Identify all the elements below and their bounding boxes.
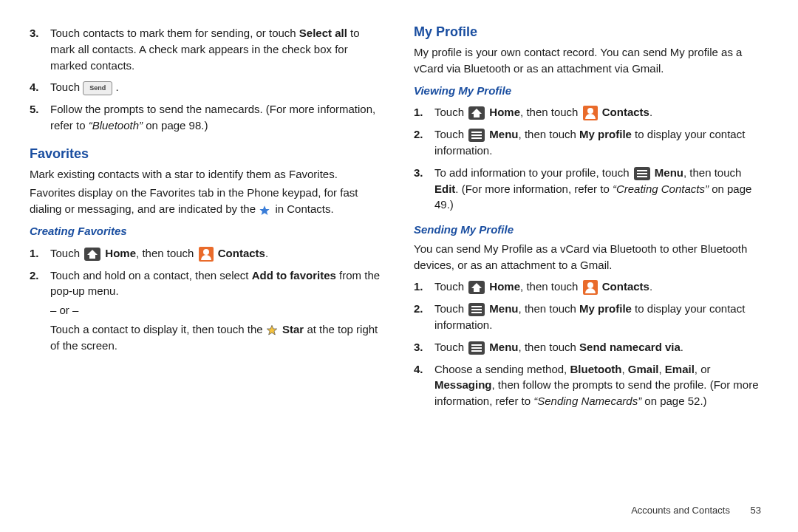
favorites-desc-1: Mark existing contacts with a star to id… [30, 166, 384, 183]
sending-my-profile-heading: Sending My Profile [414, 222, 768, 238]
creating-favorites-steps: 1. Touch Home, then touch Contacts. 2. T… [30, 242, 384, 357]
menu-icon [634, 167, 650, 180]
favorites-heading: Favorites [30, 144, 384, 163]
my-profile-desc: My profile is your own contact record. Y… [414, 44, 768, 77]
right-column: My Profile My profile is your own contac… [414, 22, 768, 517]
footer-section: Accounts and Contacts [631, 505, 730, 516]
star-blue-icon [259, 205, 272, 215]
v-step-1: 1. Touch Home, then touch Contacts. [414, 101, 768, 123]
manual-page: 3. Touch contacts to mark them for sendi… [0, 0, 798, 532]
home-icon [468, 281, 485, 294]
home-icon [84, 248, 100, 261]
viewing-steps: 1. Touch Home, then touch Contacts. 2. T… [414, 101, 768, 216]
page-footer: Accounts and Contacts 53 [631, 505, 761, 516]
s-step-1: 1. Touch Home, then touch Contacts. [414, 276, 768, 298]
menu-icon [468, 129, 485, 142]
sending-steps: 1. Touch Home, then touch Contacts. 2. T… [414, 276, 768, 412]
or-separator: – or – [50, 302, 384, 318]
left-column: 3. Touch contacts to mark them for sendi… [30, 22, 384, 517]
contacts-icon [583, 106, 598, 120]
page-number: 53 [751, 505, 761, 516]
step-4: 4. Touch Send . [30, 76, 384, 98]
viewing-my-profile-heading: Viewing My Profile [414, 83, 768, 99]
s-step-2: 2. Touch Menu, then touch My profile to … [414, 298, 768, 336]
s-step-4: 4. Choose a sending method, Bluetooth, G… [414, 358, 768, 412]
svg-marker-1 [267, 326, 276, 335]
creating-favorites-heading: Creating Favorites [30, 223, 384, 239]
svg-marker-0 [260, 205, 270, 215]
home-icon [468, 106, 485, 120]
favorites-desc-2: Favorites display on the Favorites tab i… [30, 185, 384, 217]
menu-icon [468, 341, 485, 355]
v-step-3: 3. To add information to your profile, t… [414, 162, 768, 216]
menu-icon [468, 303, 485, 316]
my-profile-heading: My Profile [414, 22, 768, 41]
star-outline-icon [266, 324, 279, 335]
contacts-icon [583, 280, 598, 295]
v-step-2: 2. Touch Menu, then touch My profile to … [414, 123, 768, 162]
step-5: 5. Follow the prompts to send the nameca… [30, 98, 384, 137]
steps-top: 3. Touch contacts to mark them for sendi… [30, 22, 384, 137]
sending-desc: You can send My Profile as a vCard via B… [414, 241, 768, 273]
send-button-icon: Send [83, 81, 112, 95]
cf-step-1: 1. Touch Home, then touch Contacts. [30, 242, 384, 265]
cf-step-2: 2. Touch and hold on a contact, then sel… [30, 265, 384, 357]
step-3: 3. Touch contacts to mark them for sendi… [30, 22, 384, 76]
contacts-icon [199, 247, 214, 262]
s-step-3: 3. Touch Menu, then touch Send namecard … [414, 336, 768, 358]
